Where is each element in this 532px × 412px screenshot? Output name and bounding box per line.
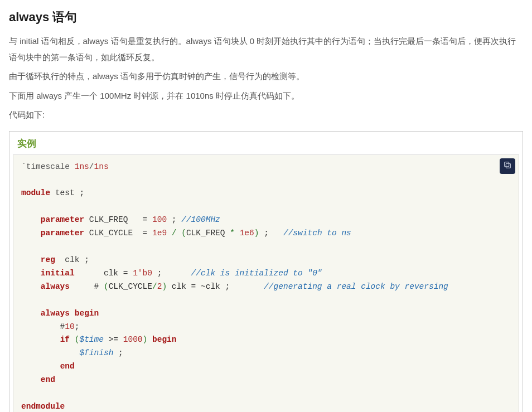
paragraph: 代码如下: [9,107,523,123]
code-token: endmodule [21,402,65,411]
code-token: ( [104,282,109,291]
code-token: //generating a real clock by reversing [264,282,448,291]
code-token: module [21,188,50,197]
paragraph: 与 initial 语句相反，always 语句是重复执行的。always 语句… [9,33,523,65]
code-token: clk [172,282,186,291]
code-token: begin [152,335,177,344]
code-token: always [41,309,70,318]
example-container: 实例 `timescale 1ns/1ns module test ; para… [9,131,523,413]
code-token: ) [254,229,259,237]
code-token: $finish [79,348,113,357]
code-token: clk [206,282,220,291]
code-token: / [89,162,94,171]
svg-rect-0 [506,163,510,168]
code-token: 1000 [123,335,143,344]
copy-icon [503,161,512,172]
code-token: begin [75,309,99,318]
code-token: CLK_CYCLE [109,282,152,291]
code-content: `timescale 1ns/1ns module test ; paramet… [13,155,519,413]
code-token: CLK_FREQ [89,215,128,224]
paragraph: 下面用 always 产生一个 100MHz 时钟源，并在 1010ns 时停止… [9,88,523,104]
code-token: test [55,188,75,197]
svg-rect-1 [505,162,509,166]
code-token: end [60,362,75,371]
code-token: `timescale [21,162,70,171]
code-token: //clk is initialized to "0" [191,269,322,278]
code-token: 100 [152,215,167,224]
example-label: 实例 [9,132,523,154]
code-token: always [41,282,70,291]
code-token: 1e9 [152,229,167,237]
code-token: if [60,335,70,344]
code-token: parameter [41,229,84,237]
code-token: ( [181,229,186,237]
code-token: CLK_CYCLE [89,229,133,237]
code-token: //100MHz [181,215,220,224]
code-token: 10 [65,322,74,331]
code-token: / [152,282,157,291]
code-token: 1'b0 [133,269,152,278]
code-token: * [230,229,235,237]
code-token: ) [143,335,148,344]
paragraph: 由于循环执行的特点，always 语句多用于仿真时钟的产生，信号行为的检测等。 [9,69,523,85]
code-token: clk [104,269,118,278]
code-token: ) [162,282,167,291]
code-token: 1e6 [240,229,254,237]
section-heading: always 语句 [9,9,523,26]
code-token: parameter [41,215,84,224]
code-token: $time [79,335,104,344]
copy-code-button[interactable] [500,158,515,174]
code-token: / [172,229,177,237]
code-token: initial [41,269,75,278]
code-token: 1ns [94,162,109,171]
code-token: 1ns [75,162,89,171]
code-token: reg [41,255,55,264]
code-block: `timescale 1ns/1ns module test ; paramet… [13,154,519,413]
code-token: end [41,375,55,384]
code-token: clk [65,255,79,264]
code-token: CLK_FREQ [186,229,225,237]
code-token: //switch to ns [283,229,351,237]
